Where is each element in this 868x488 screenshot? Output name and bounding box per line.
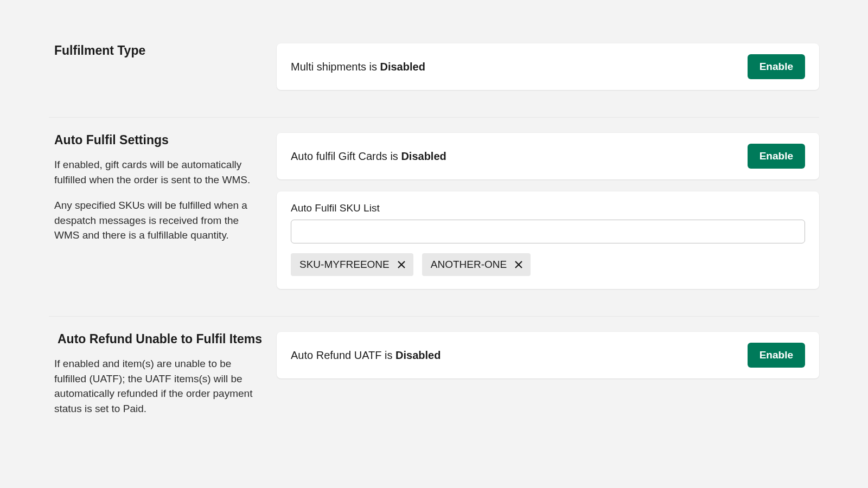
multi-shipments-status-prefix: Multi shipments is — [291, 61, 380, 73]
fulfilment-type-title: Fulfilment Type — [54, 43, 266, 58]
sku-chip: ANOTHER-ONE — [422, 253, 531, 276]
sku-chip-label: SKU-MYFREEONE — [299, 259, 390, 271]
auto-refund-status-value: Disabled — [395, 349, 441, 361]
auto-fulfil-desc-1: If enabled, gift cards will be automatic… — [54, 157, 266, 187]
auto-fulfil-giftcards-status-value: Disabled — [401, 150, 446, 162]
auto-fulfil-sku-card: Auto Fulfil SKU List SKU-MYFREEONE ANOTH… — [277, 191, 819, 289]
remove-sku-icon[interactable] — [513, 259, 524, 270]
auto-fulfil-giftcards-status: Auto fulfil Gift Cards is Disabled — [291, 150, 446, 163]
remove-sku-icon[interactable] — [396, 259, 407, 270]
multi-shipments-status-value: Disabled — [380, 61, 425, 73]
fulfilment-type-card: Multi shipments is Disabled Enable — [277, 43, 819, 90]
section-auto-fulfil: Auto Fulfil Settings If enabled, gift ca… — [49, 133, 819, 317]
auto-fulfil-giftcards-card: Auto fulfil Gift Cards is Disabled Enabl… — [277, 133, 819, 179]
auto-refund-status-prefix: Auto Refund UATF is — [291, 349, 395, 361]
sku-chip: SKU-MYFREEONE — [291, 253, 413, 276]
auto-fulfil-desc-2: Any specified SKUs will be fulfilled whe… — [54, 198, 266, 243]
sku-chip-label: ANOTHER-ONE — [431, 259, 507, 271]
multi-shipments-status: Multi shipments is Disabled — [291, 61, 425, 73]
auto-fulfil-sku-input[interactable] — [291, 220, 805, 243]
auto-refund-title: Auto Refund Unable to Fulfil Items — [58, 332, 266, 346]
enable-auto-fulfil-giftcards-button[interactable]: Enable — [748, 144, 805, 169]
auto-refund-desc: If enabled and item(s) are unable to be … — [54, 356, 266, 416]
auto-refund-status: Auto Refund UATF is Disabled — [291, 349, 441, 362]
section-auto-refund: Auto Refund Unable to Fulfil Items If en… — [49, 332, 819, 442]
auto-fulfil-sku-label: Auto Fulfil SKU List — [291, 202, 805, 214]
enable-multi-shipments-button[interactable]: Enable — [748, 54, 805, 79]
auto-refund-card: Auto Refund UATF is Disabled Enable — [277, 332, 819, 378]
auto-fulfil-giftcards-status-prefix: Auto fulfil Gift Cards is — [291, 150, 401, 162]
section-fulfilment-type: Fulfilment Type Multi shipments is Disab… — [49, 43, 819, 118]
auto-fulfil-sku-chips: SKU-MYFREEONE ANOTHER-ONE — [291, 253, 805, 276]
enable-auto-refund-button[interactable]: Enable — [748, 343, 805, 368]
auto-fulfil-title: Auto Fulfil Settings — [54, 133, 266, 147]
